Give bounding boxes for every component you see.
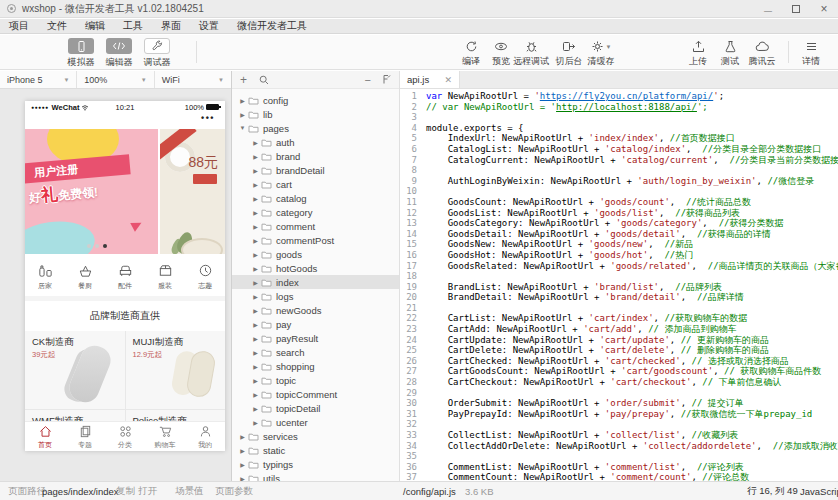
phone-tab-4[interactable]: 我的 [185, 422, 225, 451]
tree-item-static[interactable]: ▶static [232, 443, 399, 457]
caret-collapsed-icon[interactable]: ▶ [251, 419, 260, 426]
tree-item-pay[interactable]: ▶pay [232, 317, 399, 331]
tree-item-topicDetail[interactable]: ▶topicDetail [232, 401, 399, 415]
tree-item-logs[interactable]: ▶logs [232, 289, 399, 303]
tree-item-auth[interactable]: ▶auth [232, 135, 399, 149]
menu-item-0[interactable]: 项目 [0, 19, 38, 33]
tree-item-cart[interactable]: ▶cart [232, 177, 399, 191]
collapse-all-icon[interactable]: − [365, 74, 371, 86]
tree-item-newGoods[interactable]: ▶newGoods [232, 303, 399, 317]
switch-background-button[interactable]: 切后台 [551, 40, 587, 68]
category-item-2[interactable]: 配件 [105, 256, 145, 296]
caret-collapsed-icon[interactable]: ▶ [251, 363, 260, 370]
caret-collapsed-icon[interactable]: ▶ [251, 139, 260, 146]
tree-item-lib[interactable]: ▶lib [232, 107, 399, 121]
editor-toggle-button[interactable]: 编辑器 [100, 38, 138, 69]
category-item-3[interactable]: 服装 [145, 256, 185, 296]
device-select[interactable]: iPhone 5▼ [0, 71, 77, 88]
product-card-3[interactable]: Police制造商 [126, 410, 226, 421]
caret-collapsed-icon[interactable]: ▶ [251, 293, 260, 300]
close-tab-icon[interactable]: ✕ [444, 75, 452, 85]
tree-item-shopping[interactable]: ▶shopping [232, 359, 399, 373]
upload-button[interactable]: 上传 [680, 40, 716, 68]
clear-cache-button[interactable]: ▼ 清缓存 [583, 40, 619, 68]
tencent-cloud-button[interactable]: 腾讯云 [744, 40, 780, 68]
caret-collapsed-icon[interactable]: ▶ [251, 335, 260, 342]
caret-collapsed-icon[interactable]: ▶ [251, 321, 260, 328]
tree-item-goods[interactable]: ▶goods [232, 247, 399, 261]
close-button[interactable] [818, 2, 830, 16]
caret-collapsed-icon[interactable]: ▶ [251, 237, 260, 244]
caret-collapsed-icon[interactable]: ▶ [251, 251, 260, 258]
caret-collapsed-icon[interactable]: ▶ [251, 167, 260, 174]
caret-expanded-icon[interactable]: ▼ [238, 125, 247, 131]
caret-collapsed-icon[interactable]: ▶ [251, 279, 260, 286]
caret-collapsed-icon[interactable]: ▶ [238, 461, 247, 468]
network-select[interactable]: WiFi▼ [155, 71, 231, 88]
phone-tab-0[interactable]: 首页 [25, 422, 65, 451]
menu-item-2[interactable]: 编辑 [76, 19, 114, 33]
tree-item-config[interactable]: ▶config [232, 93, 399, 107]
maximize-button[interactable] [792, 5, 800, 13]
page-params-tab[interactable]: 页面参数 [215, 482, 253, 500]
menu-item-1[interactable]: 文件 [38, 19, 76, 33]
product-card-2[interactable]: WMF制造商 [25, 410, 125, 421]
caret-collapsed-icon[interactable]: ▶ [238, 447, 247, 454]
caret-collapsed-icon[interactable]: ▶ [251, 391, 260, 398]
tree-item-utils[interactable]: ▶utils [232, 471, 399, 481]
copy-path-button[interactable]: 复制 [116, 482, 135, 500]
caret-collapsed-icon[interactable]: ▶ [238, 111, 247, 118]
locate-file-icon[interactable] [381, 74, 391, 85]
banner-carousel[interactable]: 用户注册 好礼免费领! 88元 [25, 129, 225, 254]
zoom-select[interactable]: 100%▼ [77, 71, 154, 88]
caret-collapsed-icon[interactable]: ▶ [251, 223, 260, 230]
tree-item-catalog[interactable]: ▶catalog [232, 191, 399, 205]
tree-item-topic[interactable]: ▶topic [232, 373, 399, 387]
tree-item-ucenter[interactable]: ▶ucenter [232, 415, 399, 429]
caret-collapsed-icon[interactable]: ▶ [251, 307, 260, 314]
caret-collapsed-icon[interactable]: ▶ [251, 209, 260, 216]
phone-tab-1[interactable]: 专题 [65, 422, 105, 451]
caret-collapsed-icon[interactable]: ▶ [251, 405, 260, 412]
caret-collapsed-icon[interactable]: ▶ [251, 195, 260, 202]
tree-item-typings[interactable]: ▶typings [232, 457, 399, 471]
scene-value-tab[interactable]: 场景值 [175, 482, 204, 500]
product-card-1[interactable]: MUJI制造商12.9元起 [126, 331, 226, 409]
phone-tab-3[interactable]: 购物车 [145, 422, 185, 451]
tree-item-pages[interactable]: ▼pages [232, 121, 399, 135]
caret-collapsed-icon[interactable]: ▶ [251, 181, 260, 188]
menu-item-6[interactable]: 微信开发者工具 [228, 19, 316, 33]
tree-item-payResult[interactable]: ▶payResult [232, 331, 399, 345]
caret-collapsed-icon[interactable]: ▶ [238, 97, 247, 104]
details-button[interactable]: 详情 [793, 40, 829, 68]
tree-item-category[interactable]: ▶category [232, 205, 399, 219]
tree-item-commentPost[interactable]: ▶commentPost [232, 233, 399, 247]
minimize-button[interactable] [762, 4, 774, 15]
add-file-icon[interactable]: + [240, 73, 247, 87]
remote-debug-button[interactable]: 远程调试 [509, 40, 553, 68]
simulator-toggle-button[interactable]: 模拟器 [62, 38, 100, 69]
tree-item-hotGoods[interactable]: ▶hotGoods [232, 261, 399, 275]
debugger-toggle-button[interactable]: 调试器 [138, 38, 176, 69]
code-editor[interactable]: 1var NewApiRootUrl = 'https://fly2you.cn… [400, 89, 838, 481]
tree-item-services[interactable]: ▶services [232, 429, 399, 443]
test-button[interactable]: 测试 [712, 40, 748, 68]
caret-collapsed-icon[interactable]: ▶ [251, 153, 260, 160]
tree-item-search[interactable]: ▶search [232, 345, 399, 359]
menu-item-5[interactable]: 设置 [190, 19, 228, 33]
miniprogram-menu-button[interactable]: ••• [201, 113, 215, 123]
tree-item-brand[interactable]: ▶brand [232, 149, 399, 163]
tree-item-comment[interactable]: ▶comment [232, 219, 399, 233]
category-item-0[interactable]: 居家 [25, 256, 65, 296]
tab-api-js[interactable]: api.js ✕ [400, 71, 460, 88]
open-path-button[interactable]: 打开 [138, 482, 157, 500]
phone-tab-2[interactable]: 分类 [105, 422, 145, 451]
search-icon[interactable] [259, 75, 269, 85]
tree-item-topicComment[interactable]: ▶topicComment [232, 387, 399, 401]
menu-item-3[interactable]: 工具 [114, 19, 152, 33]
category-item-4[interactable]: 志趣 [185, 256, 225, 296]
tree-item-brandDetail[interactable]: ▶brandDetail [232, 163, 399, 177]
caret-collapsed-icon[interactable]: ▶ [251, 377, 260, 384]
caret-collapsed-icon[interactable]: ▶ [251, 349, 260, 356]
tree-item-index[interactable]: ▶index [232, 275, 399, 289]
